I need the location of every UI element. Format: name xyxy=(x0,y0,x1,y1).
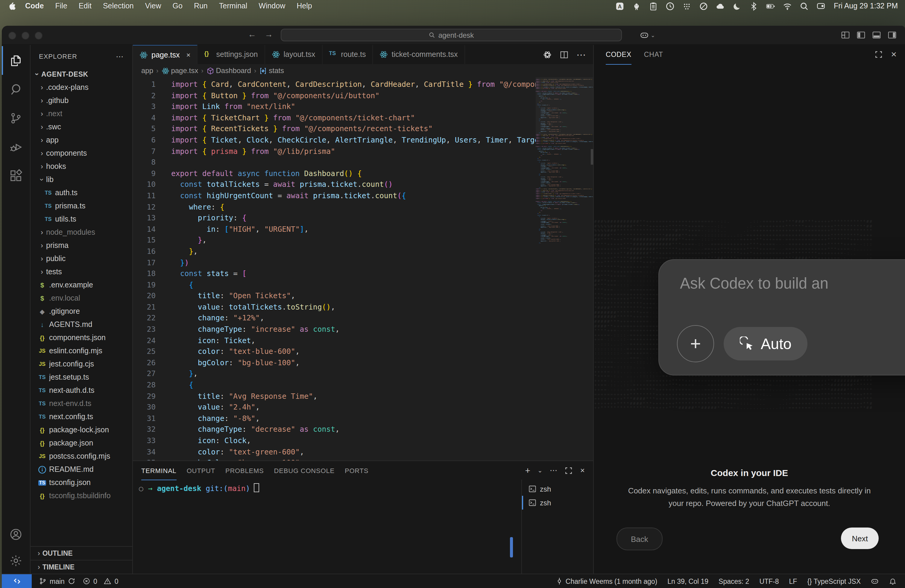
sidebar-section-outline[interactable]: ›OUTLINE xyxy=(30,546,132,560)
tree-folder-.swc[interactable]: ›.swc xyxy=(30,120,132,133)
breadcrumb-app[interactable]: app xyxy=(141,67,153,75)
activity-search-icon[interactable] xyxy=(2,75,30,103)
menu-clock[interactable]: Fri Aug 29 1:32 PM xyxy=(834,2,898,10)
menu-help[interactable]: Help xyxy=(297,2,312,10)
tree-file-jest.config.cjs[interactable]: JSjest.config.cjs xyxy=(30,358,132,371)
zoom-window-button[interactable] xyxy=(35,32,43,40)
auto-mode-button[interactable]: Auto xyxy=(724,327,808,361)
battery-icon[interactable] xyxy=(766,2,775,11)
explorer-actions-icon[interactable]: ⋯ xyxy=(116,52,124,61)
panel-tab-terminal[interactable]: TERMINAL xyxy=(141,461,176,480)
menu-file[interactable]: File xyxy=(56,2,67,10)
tree-file-eslint.config.mjs[interactable]: JSeslint.config.mjs xyxy=(30,344,132,358)
apple-menu-icon[interactable] xyxy=(7,2,16,11)
activity-extensions-icon[interactable] xyxy=(2,161,30,190)
tree-file-package.json[interactable]: {}package.json xyxy=(30,437,132,450)
panel-tab-problems[interactable]: PROBLEMS xyxy=(225,461,264,480)
close-panel-icon[interactable]: × xyxy=(891,49,897,60)
close-tab-icon[interactable]: × xyxy=(186,51,191,59)
tab-ticket-comments.tsx[interactable]: ticket-comments.tsx xyxy=(373,45,465,64)
cursor-position[interactable]: Ln 39, Col 19 xyxy=(667,577,708,585)
next-button[interactable]: Next xyxy=(841,528,879,549)
menu-view[interactable]: View xyxy=(145,2,161,10)
tree-file-next-env.d.ts[interactable]: TSnext-env.d.ts xyxy=(30,397,132,410)
tree-folder-.next[interactable]: ›.next xyxy=(30,107,132,120)
back-icon[interactable]: ← xyxy=(246,29,258,39)
codex-tab-codex[interactable]: CODEX xyxy=(606,45,632,65)
tree-file-auth.ts[interactable]: TSauth.ts xyxy=(30,186,132,199)
terminal-scrollbar[interactable] xyxy=(510,537,513,558)
tree-file-utils.ts[interactable]: TSutils.ts xyxy=(30,213,132,226)
eol-sequence[interactable]: LF xyxy=(789,577,797,585)
minimize-window-button[interactable] xyxy=(22,32,29,40)
menu-window[interactable]: Window xyxy=(259,2,285,10)
openai-icon[interactable] xyxy=(543,50,552,59)
git-branch-status[interactable]: main xyxy=(39,577,75,585)
cloud-icon[interactable] xyxy=(716,2,725,11)
close-panel-icon[interactable]: × xyxy=(580,466,585,475)
tree-folder-components[interactable]: ›components xyxy=(30,147,132,160)
new-terminal-icon[interactable]: + xyxy=(525,465,530,475)
tree-file-package-lock.json[interactable]: {}package-lock.json xyxy=(30,423,132,437)
breadcrumb-Dashboard[interactable]: Dashboard xyxy=(206,67,251,75)
close-window-button[interactable] xyxy=(8,32,16,40)
problems-status[interactable]: 0 0 xyxy=(83,577,119,585)
display-icon[interactable] xyxy=(816,2,826,11)
breadcrumb-page.tsx[interactable]: page.tsx xyxy=(161,67,198,75)
moon-icon[interactable] xyxy=(733,2,741,11)
tree-file-.env.example[interactable]: $.env.example xyxy=(30,278,132,292)
tree-folder-prisma[interactable]: ›prisma xyxy=(30,239,132,252)
tree-root[interactable]: ›AGENT-DESK xyxy=(30,68,132,81)
language-mode[interactable]: {} TypeScript JSX xyxy=(807,577,861,585)
tab-page.tsx[interactable]: page.tsx× xyxy=(133,45,198,64)
tree-file-postcss.config.mjs[interactable]: JSpostcss.config.mjs xyxy=(30,450,132,463)
terminal-instance-zsh[interactable]: zsh xyxy=(522,496,593,510)
bluetooth-icon[interactable] xyxy=(749,2,758,11)
maximize-panel-icon[interactable] xyxy=(874,50,883,59)
tree-folder-hooks[interactable]: ›hooks xyxy=(30,160,132,173)
add-context-button[interactable]: + xyxy=(677,325,714,362)
tree-file-prisma.ts[interactable]: TSprisma.ts xyxy=(30,199,132,213)
toggle-panel-icon[interactable] xyxy=(872,30,881,40)
tree-folder-tests[interactable]: ›tests xyxy=(30,265,132,278)
maximize-panel-icon[interactable] xyxy=(565,466,573,475)
toggle-sidebar-icon[interactable] xyxy=(856,30,865,40)
codex-tab-chat[interactable]: CHAT xyxy=(644,45,663,65)
copilot-menu[interactable]: ⌄ xyxy=(640,30,655,40)
menu-edit[interactable]: Edit xyxy=(79,2,92,10)
tree-folder-node_modules[interactable]: ›node_modules xyxy=(30,226,132,239)
blame-annotation[interactable]: Charlie Weems (1 month ago) xyxy=(556,577,657,585)
forward-icon[interactable]: → xyxy=(263,29,275,39)
menu-terminal[interactable]: Terminal xyxy=(219,2,248,10)
tree-file-next.config.ts[interactable]: TSnext.config.ts xyxy=(30,410,132,423)
tree-file-tsconfig.tsbuildinfo[interactable]: {}tsconfig.tsbuildinfo xyxy=(30,489,132,502)
screen-record-icon[interactable] xyxy=(665,2,675,11)
tab-settings.json[interactable]: {}settings.json xyxy=(198,45,265,64)
codex-prompt-placeholder[interactable]: Ask Codex to build an xyxy=(680,275,905,292)
toggle-secondary-sidebar-icon[interactable] xyxy=(888,30,897,40)
menu-go[interactable]: Go xyxy=(173,2,183,10)
search-icon[interactable] xyxy=(800,2,809,11)
tree-folder-app[interactable]: ›app xyxy=(30,133,132,147)
dots-grid-icon[interactable] xyxy=(682,2,691,11)
more-actions-icon[interactable]: ⋯ xyxy=(576,49,586,60)
menu-selection[interactable]: Selection xyxy=(103,2,134,10)
terminal-dropdown-icon[interactable]: ⌄ xyxy=(538,467,543,474)
tree-file-components.json[interactable]: {}components.json xyxy=(30,331,132,344)
panel-tab-ports[interactable]: PORTS xyxy=(345,461,368,480)
tree-file-.env.local[interactable]: $.env.local xyxy=(30,292,132,305)
customize-layout-icon[interactable] xyxy=(841,30,850,40)
copilot-status-icon[interactable] xyxy=(871,577,879,585)
tab-layout.tsx[interactable]: layout.tsx xyxy=(265,45,322,64)
indentation[interactable]: Spaces: 2 xyxy=(719,577,749,585)
back-button[interactable]: Back xyxy=(616,528,663,550)
editor-scrollbar[interactable] xyxy=(591,149,593,165)
tree-file-next-auth.d.ts[interactable]: TSnext-auth.d.ts xyxy=(30,384,132,397)
remote-indicator[interactable] xyxy=(2,574,32,588)
tree-file-AGENTS.md[interactable]: ↓AGENTS.md xyxy=(30,318,132,331)
notifications-bell-icon[interactable] xyxy=(889,577,897,585)
tree-file-.gitignore[interactable]: ◆.gitignore xyxy=(30,305,132,318)
menu-code[interactable]: Code xyxy=(25,2,44,10)
activity-explorer-icon[interactable] xyxy=(2,46,30,75)
tree-file-tsconfig.json[interactable]: TStsconfig.json xyxy=(30,476,132,489)
